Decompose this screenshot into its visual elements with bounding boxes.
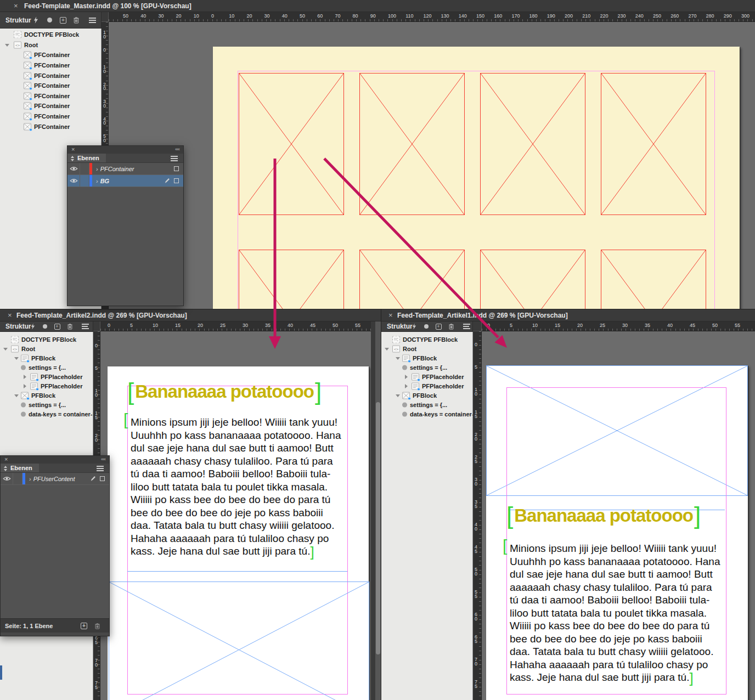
visibility-eye-icon[interactable]: [1, 473, 13, 484]
artikel2-titlebar[interactable]: × Feed-Template_Artikel2.indd @ 269 % [G…: [0, 309, 381, 321]
tab-ebenen[interactable]: Ebenen: [67, 154, 106, 162]
trash-icon[interactable]: [72, 16, 81, 25]
vertical-scrollbar[interactable]: [375, 321, 381, 700]
tree-item-pfplaceholder[interactable]: PFPlaceholder: [0, 381, 93, 391]
chevron-right-icon[interactable]: ›: [96, 166, 98, 172]
ruler-origin-corner[interactable]: [102, 12, 109, 22]
layer-name[interactable]: BG: [100, 178, 164, 184]
chevron-right-icon[interactable]: [405, 384, 408, 388]
panel-menu-icon[interactable]: [88, 16, 97, 25]
close-icon[interactable]: ×: [388, 309, 393, 321]
add-icon[interactable]: +: [59, 16, 67, 25]
chevron-down-icon[interactable]: [14, 394, 19, 397]
tree-item-pfcontainer[interactable]: PFContainer: [0, 60, 101, 71]
close-icon[interactable]: ×: [4, 456, 8, 463]
ruler-origin-corner[interactable]: [93, 321, 100, 331]
lock-toggle-cell[interactable]: [80, 163, 89, 174]
chevron-right-icon[interactable]: [405, 375, 408, 379]
pfcontainer-placeholder-frame[interactable]: [239, 250, 344, 309]
chevron-down-icon[interactable]: [5, 44, 9, 47]
layer-name[interactable]: PFUserContent: [33, 476, 90, 482]
artikel1-titlebar[interactable]: × Feed-Template_Artikel1.indd @ 269 % [G…: [381, 309, 755, 321]
tree-item-doctype[interactable]: DOCTYPE PFBlock: [381, 335, 472, 344]
lock-toggle-cell[interactable]: [13, 473, 22, 484]
layer-row-pfcontainer[interactable]: ›PFContainer: [67, 163, 183, 175]
tree-item-pfcontainer[interactable]: PFContainer: [0, 81, 101, 91]
visibility-eye-icon[interactable]: [67, 163, 80, 174]
layer-name[interactable]: PFContainer: [100, 166, 174, 172]
article-headline[interactable]: [ Bananaaaa potatoooo ]: [127, 380, 322, 404]
add-icon[interactable]: +: [53, 322, 61, 331]
chevron-right-icon[interactable]: ›: [29, 476, 31, 482]
record-icon[interactable]: [45, 16, 54, 25]
artikel1-page[interactable]: [ Bananaaaa potatoooo ] [ Minions ipsum …: [486, 365, 748, 700]
record-icon[interactable]: [422, 322, 431, 331]
record-icon[interactable]: [41, 322, 49, 331]
lock-toggle-cell[interactable]: [80, 175, 89, 187]
chevron-right-icon[interactable]: ›: [96, 178, 98, 184]
chevron-down-icon[interactable]: [396, 394, 400, 397]
tree-item-pfcontainer[interactable]: PFContainer: [0, 91, 101, 101]
add-icon[interactable]: +: [434, 322, 443, 331]
chevron-right-icon[interactable]: [24, 384, 26, 388]
tree-item-pfcontainer[interactable]: PFContainer: [0, 50, 101, 60]
collapse-icon[interactable]: ««: [175, 146, 179, 153]
headline-text[interactable]: Bananaaaa potatoooo: [134, 380, 315, 404]
chevron-down-icon[interactable]: [14, 357, 19, 360]
tree-item-pfcontainer[interactable]: PFContainer: [0, 70, 101, 81]
flash-icon[interactable]: [29, 322, 37, 331]
flash-icon[interactable]: [31, 16, 40, 25]
selection-square-icon[interactable]: [100, 476, 105, 481]
tree-item-pfblock[interactable]: PFBlock: [381, 391, 472, 400]
tab-ebenen[interactable]: Ebenen: [1, 464, 39, 472]
trash-icon[interactable]: [93, 622, 102, 630]
collapse-icon[interactable]: ««: [101, 456, 105, 463]
tree-item-root[interactable]: <>Root: [0, 344, 93, 353]
article-body-text[interactable]: [ Minions ipsum jiji jeje belloo! Wiiiii…: [131, 416, 341, 559]
flash-icon[interactable]: [410, 322, 419, 331]
headline-text[interactable]: Bananaaaa potatoooo: [513, 504, 694, 528]
layer-row-bg[interactable]: ›BG: [67, 175, 183, 187]
panel-titlebar[interactable]: × ««: [67, 146, 183, 154]
master-page[interactable]: [213, 47, 740, 309]
ruler-origin-corner[interactable]: [473, 321, 482, 331]
article-headline[interactable]: [ Bananaaaa potatoooo ]: [506, 504, 701, 528]
tree-item-pfcontainer[interactable]: PFContainer: [0, 121, 101, 132]
tree-item-settings[interactable]: settings = {...: [381, 400, 472, 409]
pfcontainer-placeholder-frame[interactable]: [601, 73, 706, 215]
tree-item-settings[interactable]: settings = {...: [0, 363, 93, 372]
scrollbar-thumb[interactable]: [376, 402, 380, 654]
tree-item-settings[interactable]: settings = {...: [381, 363, 472, 372]
tree-item-pfblock[interactable]: PFBlock: [0, 391, 93, 400]
tree-item-root[interactable]: <>Root: [381, 344, 472, 353]
pfcontainer-placeholder-frame[interactable]: [480, 73, 585, 215]
pfcontainer-placeholder-frame[interactable]: [480, 250, 585, 309]
tree-item-pfplaceholder[interactable]: PFPlaceholder: [381, 381, 472, 391]
layer-row-pfusercontent[interactable]: ›PFUserContent: [1, 473, 109, 485]
panel-menu-icon[interactable]: [171, 158, 178, 159]
pfcontainer-placeholder-frame[interactable]: [601, 250, 706, 309]
pfcontainer-placeholder-frame[interactable]: [359, 250, 465, 309]
close-icon[interactable]: ×: [71, 146, 75, 153]
pfcontainer-placeholder-frame[interactable]: [239, 73, 344, 215]
visibility-eye-icon[interactable]: [67, 175, 80, 187]
chevron-down-icon[interactable]: [396, 357, 400, 360]
tree-item-doctype[interactable]: DOCTYPE PFBlock: [0, 335, 93, 344]
pfcontainer-placeholder-frame[interactable]: [359, 73, 465, 215]
tree-item-pfblock[interactable]: PFBlock: [0, 353, 93, 363]
tree-item-pfcontainer[interactable]: PFContainer: [0, 111, 101, 122]
tree-item-data-keys[interactable]: data-keys = container-image: [381, 409, 472, 419]
panel-titlebar[interactable]: × ««: [1, 456, 109, 464]
chevron-down-icon[interactable]: [385, 348, 389, 351]
close-icon[interactable]: ×: [14, 0, 18, 12]
close-icon[interactable]: ×: [8, 309, 12, 321]
tree-item-pfplaceholder[interactable]: PFPlaceholder: [381, 372, 472, 381]
new-layer-icon[interactable]: +: [80, 622, 88, 630]
tree-item-settings[interactable]: settings = {...: [0, 400, 93, 409]
tree-item-data-keys[interactable]: data-keys = container-image: [0, 409, 93, 419]
selection-square-icon[interactable]: [174, 166, 179, 171]
trash-icon[interactable]: [65, 322, 74, 331]
artikel2-page[interactable]: [ Bananaaaa potatoooo ] [ Minions ipsum …: [108, 366, 369, 700]
tree-item-pfcontainer[interactable]: PFContainer: [0, 101, 101, 111]
tree-item-root[interactable]: <>Root: [0, 40, 101, 50]
